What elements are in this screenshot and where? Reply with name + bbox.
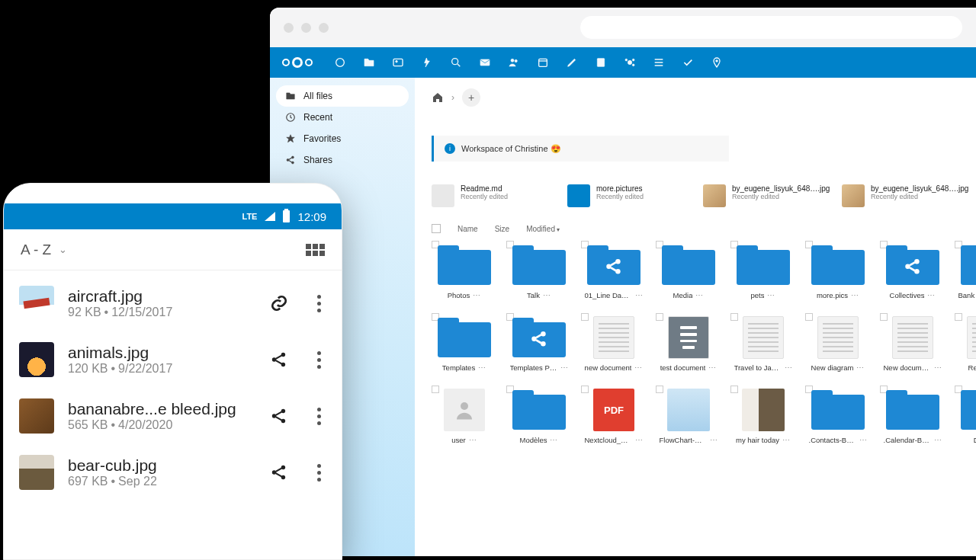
file-tile[interactable]: Talk⋯	[506, 241, 572, 299]
add-button[interactable]: +	[462, 88, 480, 107]
file-tile[interactable]: Travel to Jap…⋯	[730, 313, 796, 372]
tile-more-icon[interactable]: ⋯	[767, 291, 775, 299]
calendar-icon[interactable]	[537, 56, 549, 69]
deck-icon[interactable]	[595, 56, 607, 69]
more-menu-icon[interactable]	[311, 351, 326, 369]
workspace-banner[interactable]: i Workspace of Christine 😍	[432, 136, 729, 162]
sidebar-item-shares[interactable]: Shares	[276, 149, 409, 171]
tile-more-icon[interactable]: ⋯	[478, 363, 486, 372]
link-icon[interactable]	[268, 293, 290, 313]
file-tile[interactable]: new document⋯	[581, 313, 647, 372]
recent-item[interactable]: by_eugene_lisyuk_648….jpg Recently edite…	[703, 184, 820, 207]
share-icon[interactable]	[268, 462, 290, 482]
tile-more-icon[interactable]: ⋯	[635, 291, 644, 299]
traffic-light-close[interactable]	[284, 23, 294, 33]
folder-icon	[512, 316, 566, 359]
tile-more-icon[interactable]: ⋯	[927, 291, 936, 299]
tile-more-icon[interactable]: ⋯	[695, 291, 704, 299]
file-tile[interactable]: New docume…⋯	[880, 313, 946, 372]
tile-more-icon[interactable]: ⋯	[859, 436, 868, 444]
sidebar-item-recent[interactable]: Recent	[276, 107, 409, 128]
file-row[interactable]: aircraft.jpg92 KB•12/15/2017	[4, 275, 342, 331]
sidebar-item-favorites[interactable]: Favorites	[276, 128, 409, 149]
sidebar-item-all-files[interactable]: All files	[276, 85, 409, 107]
tile-more-icon[interactable]: ⋯	[851, 291, 859, 299]
file-tile[interactable]: .Contacts-Backup⋯	[805, 386, 871, 444]
more-menu-icon[interactable]	[311, 408, 326, 425]
notes-icon[interactable]	[566, 56, 578, 69]
file-row[interactable]: animals.jpg120 KB•9/22/2017	[4, 331, 342, 388]
tile-more-icon[interactable]: ⋯	[708, 363, 717, 372]
recent-item[interactable]: by_eugene_lisyuk_648….jpg Recently edite…	[842, 184, 959, 207]
file-tile[interactable]: Deck⋯	[955, 386, 976, 444]
nextcloud-logo[interactable]	[282, 57, 313, 68]
talk-icon[interactable]	[624, 56, 636, 69]
file-tile[interactable]: Templates Pr…⋯	[506, 313, 572, 372]
file-tile[interactable]: .Calendar-Backup⋯	[880, 386, 946, 444]
tile-more-icon[interactable]: ⋯	[550, 436, 558, 444]
select-all-checkbox[interactable]	[432, 224, 441, 233]
file-tile[interactable]: Readme⋯	[955, 313, 976, 372]
file-tile[interactable]: New diagram⋯	[805, 313, 871, 372]
tile-more-icon[interactable]: ⋯	[710, 436, 718, 444]
recent-item[interactable]: more.pictures Recently edited	[567, 184, 682, 207]
file-tile[interactable]: Photos⋯	[432, 241, 497, 299]
home-icon[interactable]	[432, 91, 444, 104]
tile-more-icon[interactable]: ⋯	[469, 436, 477, 444]
files-icon[interactable]	[363, 56, 375, 69]
file-tile[interactable]: my hair today⋯	[730, 386, 796, 444]
mail-icon[interactable]	[479, 56, 491, 69]
file-row[interactable]: bananabre...e bleed.jpg565 KB•4/20/2020	[4, 388, 342, 444]
tile-more-icon[interactable]: ⋯	[785, 363, 793, 372]
file-tile[interactable]: Bank docum…⋯	[955, 241, 976, 299]
file-tile[interactable]: FlowChart-Pro…⋯	[656, 386, 721, 444]
file-tile[interactable]: more.pics⋯	[805, 241, 871, 299]
activity-icon[interactable]	[421, 56, 433, 69]
list-icon[interactable]	[653, 56, 665, 69]
sort-caret-icon: ▾	[557, 226, 560, 233]
file-tile[interactable]: pets⋯	[730, 241, 796, 299]
recent-item[interactable]: Readme.md Recently edited	[432, 184, 546, 207]
file-tile[interactable]: 01_Line Dan…⋯	[581, 241, 647, 299]
search-icon[interactable]	[450, 56, 462, 69]
sort-dropdown[interactable]: A - Z ⌄	[21, 242, 67, 258]
file-tile[interactable]: Collectives⋯	[880, 241, 946, 299]
maps-icon[interactable]	[711, 56, 723, 69]
file-tile[interactable]: Modèles⋯	[506, 386, 572, 444]
tile-more-icon[interactable]: ⋯	[934, 363, 942, 372]
tile-more-icon[interactable]: ⋯	[634, 363, 643, 372]
more-menu-icon[interactable]	[311, 295, 326, 312]
file-row[interactable]: bear-cub.jpg697 KB•Sep 22	[4, 444, 342, 501]
traffic-light-max[interactable]	[319, 23, 329, 33]
file-tile[interactable]: Media⋯	[656, 241, 721, 299]
file-tile[interactable]: test document⋯	[656, 313, 721, 372]
col-name[interactable]: Name	[458, 225, 478, 233]
tile-more-icon[interactable]: ⋯	[473, 291, 481, 299]
tile-more-icon[interactable]: ⋯	[934, 436, 942, 444]
tasks-icon[interactable]	[682, 56, 694, 69]
tile-label: 01_Line Dan…	[585, 291, 632, 299]
tile-more-icon[interactable]: ⋯	[560, 363, 569, 372]
battery-icon	[283, 210, 290, 222]
tile-label: Templates	[442, 363, 475, 372]
grid-view-toggle[interactable]	[306, 244, 325, 256]
share-icon[interactable]	[268, 406, 290, 426]
dashboard-icon[interactable]	[334, 56, 346, 69]
tile-more-icon[interactable]: ⋯	[543, 291, 551, 299]
tile-more-icon[interactable]: ⋯	[782, 436, 791, 444]
file-tile[interactable]: user⋯	[432, 386, 497, 444]
folder-icon	[438, 316, 491, 359]
address-bar[interactable]	[580, 16, 962, 39]
share-icon[interactable]	[268, 350, 290, 370]
traffic-light-min[interactable]	[301, 23, 311, 33]
contacts-icon[interactable]	[508, 56, 520, 69]
more-menu-icon[interactable]	[311, 464, 326, 482]
file-tile[interactable]: Templates⋯	[432, 313, 497, 372]
photos-icon[interactable]	[392, 56, 404, 69]
file-tile[interactable]: PDFNextcloud_S…⋯	[581, 386, 647, 444]
tile-label: .Calendar-Backup	[884, 436, 931, 444]
tile-more-icon[interactable]: ⋯	[635, 436, 644, 444]
tile-more-icon[interactable]: ⋯	[856, 363, 865, 372]
col-modified[interactable]: Modified▾	[526, 225, 560, 233]
col-size[interactable]: Size	[495, 225, 509, 233]
